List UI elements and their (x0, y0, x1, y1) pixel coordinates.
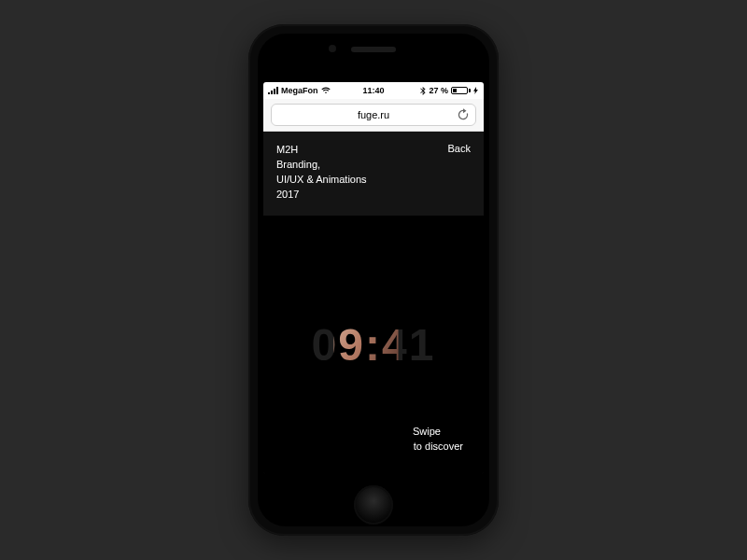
status-right: 27 % (420, 86, 479, 95)
cell-signal-icon (268, 87, 278, 94)
safari-url-bar: fuge.ru (263, 99, 484, 132)
project-year: 2017 (276, 188, 367, 203)
project-meta: M2H Branding, UI/UX & Animations 2017 (276, 143, 367, 203)
webpage[interactable]: M2H Branding, UI/UX & Animations 2017 Ba… (263, 132, 484, 474)
ios-status-bar: MegaFon 11:40 27 % (263, 82, 484, 99)
iphone-frame: MegaFon 11:40 27 % (248, 24, 499, 536)
phone-screen: MegaFon 11:40 27 % (263, 82, 484, 474)
project-line-services: UI/UX & Animations (276, 173, 367, 188)
hero-clock: 09:41 09:41 (312, 319, 436, 371)
reload-icon[interactable] (457, 108, 470, 121)
page-header: M2H Branding, UI/UX & Animations 2017 Ba… (263, 132, 484, 216)
wifi-icon (321, 87, 331, 94)
swipe-hint: Swipe to discover (413, 425, 463, 454)
back-link[interactable]: Back (448, 143, 471, 154)
project-line-branding: Branding, (276, 158, 367, 173)
carrier-label: MegaFon (281, 86, 318, 95)
earpiece-speaker (351, 47, 396, 52)
hero-area[interactable]: 09:41 09:41 Swipe to discover (263, 216, 484, 474)
home-button[interactable] (354, 485, 393, 525)
project-title: M2H (276, 143, 367, 158)
url-field[interactable]: fuge.ru (271, 104, 476, 126)
front-camera (329, 45, 336, 52)
battery-percent: 27 % (429, 86, 448, 95)
url-text: fuge.ru (358, 109, 389, 120)
swipe-line2: to discover (413, 440, 463, 454)
status-left: MegaFon (268, 86, 331, 95)
charging-icon (473, 87, 479, 94)
bluetooth-icon (420, 87, 426, 95)
battery-icon (451, 87, 471, 94)
swipe-line1: Swipe (413, 425, 463, 439)
canvas: MegaFon 11:40 27 % (0, 0, 747, 560)
